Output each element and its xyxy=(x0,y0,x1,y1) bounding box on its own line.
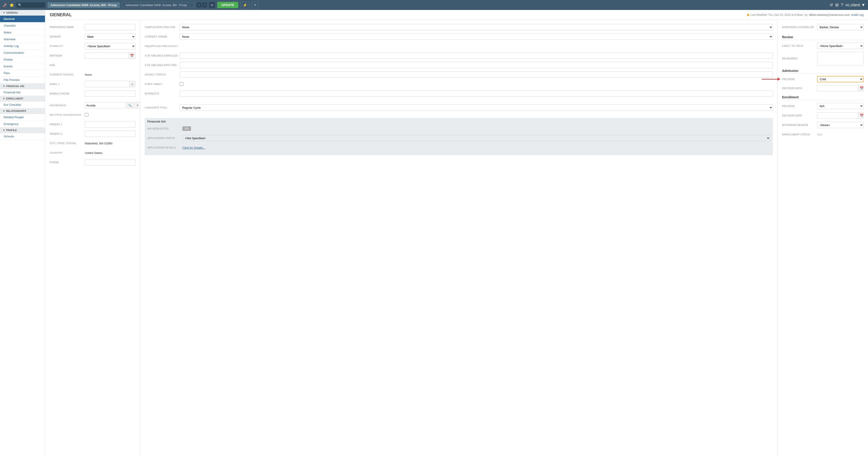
sidebar-item-interview[interactable]: Interview xyxy=(0,36,45,43)
ethnicity-row: ETHNICITY <None Specified> Hispanic Whit… xyxy=(50,42,135,50)
sidebar-item-communication[interactable]: Communication xyxy=(0,50,45,56)
application-status-select[interactable]: <Not Specified> xyxy=(182,135,770,141)
decision-date-row: DECISION DATE 📅 xyxy=(782,85,864,92)
mobile-phone-input[interactable] xyxy=(85,90,135,97)
financial-aid-title: Financial Aid xyxy=(147,120,770,123)
decision-date-label: DECISION DATE xyxy=(782,87,817,90)
main-layout: ▼ GENERAL General Checklist Notes Interv… xyxy=(0,10,868,457)
status-dot xyxy=(747,14,749,16)
nav-arrows: « » xyxy=(197,2,207,7)
next-arrow[interactable]: » xyxy=(202,2,207,7)
top-bar: 🚀 ⭐ 🔍 Admission Candidate 5409: Acosta, … xyxy=(0,0,868,10)
add-button[interactable]: + xyxy=(252,2,258,8)
search-box[interactable]: 🔍 xyxy=(16,2,45,8)
parent1-input[interactable] xyxy=(85,121,135,127)
siblings-enrolled-input[interactable] xyxy=(180,53,773,59)
sidebar-item-activity-log[interactable]: Activity Log xyxy=(0,43,45,50)
birthday-label: BIRTHDAY xyxy=(50,54,85,57)
interests-input[interactable] xyxy=(180,90,773,97)
user-label[interactable]: vc.client ▼ xyxy=(845,3,865,7)
email1-input[interactable] xyxy=(85,81,129,87)
sidebar-item-enr-checklist[interactable]: Enr Checklist xyxy=(0,101,45,108)
page-meta: Last Modified: Thu, Dec 03, 2020 at 8:58… xyxy=(747,13,864,17)
sidebar-item-emergency[interactable]: Emergency xyxy=(0,121,45,127)
siblings-applying-row: # OF SIBLINGS APPLYING xyxy=(145,61,773,69)
sidebar-item-portals[interactable]: Portals xyxy=(0,56,45,63)
gender-select[interactable]: Male Female Other xyxy=(85,33,135,40)
search-input[interactable] xyxy=(23,3,43,7)
decision-date-calendar-icon[interactable]: 📅 xyxy=(858,85,864,91)
sidebar-item-related-people[interactable]: Related People xyxy=(0,114,45,121)
help-icon[interactable]: ? xyxy=(841,3,843,7)
decision-date-input[interactable] xyxy=(817,85,858,91)
gender-row: GENDER Male Female Other xyxy=(50,33,135,40)
current-school-label: CURRENT SCHOOL xyxy=(50,73,85,76)
staff-family-row: STAFF FAMILY xyxy=(145,81,773,88)
siblings-applying-input[interactable] xyxy=(180,62,773,68)
likely-to-yield-row: LIKELY TO YIELD <None Specified> High Me… xyxy=(782,42,864,50)
parent2-input[interactable] xyxy=(85,131,135,137)
parent1-label: PARENT 1 xyxy=(50,123,85,126)
rocket-icon[interactable]: 🚀 xyxy=(3,3,7,7)
form-main: PREFERRED NAME GENDER Male Female Other … xyxy=(45,20,868,457)
preferred-name-input[interactable] xyxy=(85,24,135,30)
sidebar-item-financial-aid[interactable]: Financial Aid xyxy=(0,89,45,96)
phone-input[interactable] xyxy=(85,159,135,165)
sidebar-item-checklist[interactable]: Checklist xyxy=(0,22,45,29)
sidebar-item-file-preview[interactable]: File Preview xyxy=(0,77,45,83)
enrollment-decision-row: DECISION N/A Enrolled Declined xyxy=(782,102,864,110)
review-title: Review xyxy=(782,35,864,40)
decision-row: DECISION Cold Accept Deny Waitlist Withd… xyxy=(782,76,864,82)
admission-counselor-select[interactable]: Barker, Denise Smith, John xyxy=(817,24,864,30)
sidebar-item-files[interactable]: Files xyxy=(0,70,45,77)
interests-label: INTERESTS xyxy=(145,92,180,95)
admissions-nav[interactable]: Admission Candidate 5409: Acosta, Bill -… xyxy=(48,2,120,8)
sidebar-item-general[interactable]: General xyxy=(0,16,45,22)
sidebar-section-relationships: ▼ RELATIONSHIPS xyxy=(0,108,45,114)
top-right-icons: ↺ ⊞ ? vc.client ▼ xyxy=(830,2,865,7)
likely-to-yield-select[interactable]: <None Specified> High Medium Low xyxy=(817,43,864,49)
aid-requested-toggle[interactable]: NO xyxy=(182,126,191,131)
last-modified-text: Last Modified: Thu, Dec 03, 2020 at 8:58… xyxy=(751,13,803,17)
birthday-calendar-icon[interactable]: 📅 xyxy=(128,53,135,59)
content-area: GENERAL Last Modified: Thu, Dec 03, 2020… xyxy=(45,10,868,457)
household-label: HOUSEHOLD xyxy=(50,104,85,107)
birthday-input[interactable] xyxy=(85,53,128,59)
campus-applying-label: CAMPUS APPLYING FOR xyxy=(145,26,180,28)
withdraw-reason-select[interactable]: <None> xyxy=(817,122,864,128)
apps-icon[interactable]: ⊞ xyxy=(835,2,839,7)
enrollment-decision-date-input[interactable] xyxy=(817,113,858,118)
parent2-label: PARENT 2 xyxy=(50,132,85,135)
current-school-value: None xyxy=(85,73,135,77)
household-search-button[interactable]: 🔍 xyxy=(127,102,133,109)
admission-decision-select[interactable]: Cold Accept Deny Waitlist Withdraw xyxy=(817,76,864,82)
history-icon[interactable]: ↺ xyxy=(830,2,833,7)
admissions-label: Admission Candidate 5409: Acosta, Bill -… xyxy=(51,3,117,7)
bolt-button[interactable]: ⚡ xyxy=(241,2,250,8)
household-link-button[interactable]: ↗ xyxy=(134,102,141,109)
staff-family-checkbox[interactable] xyxy=(180,82,183,86)
application-details-link[interactable]: Click for Details... xyxy=(182,146,205,149)
enrollment-title: Enrollment xyxy=(782,95,864,100)
multiple-households-checkbox[interactable] xyxy=(85,113,88,117)
siblings-applying-label: # OF SIBLINGS APPLYING xyxy=(145,64,180,66)
sidebar-item-schools[interactable]: Schools xyxy=(0,133,45,140)
current-grade-select[interactable]: None xyxy=(180,33,773,40)
breadcrumb: Admission Candidate 5409: Acosta, Bill -… xyxy=(122,2,194,8)
campus-applying-select[interactable]: None Main Campus xyxy=(180,24,773,30)
audit-log-link[interactable]: Audit Log xyxy=(851,13,864,17)
prev-arrow[interactable]: « xyxy=(197,2,202,7)
enrollment-decision-select[interactable]: N/A Enrolled Declined xyxy=(817,103,864,109)
application-details-label: APPLICATION DETAILS xyxy=(147,146,182,149)
update-button[interactable]: UPDATE xyxy=(217,2,238,8)
legacy-status-input[interactable] xyxy=(180,71,773,78)
sidebar-item-notes[interactable]: Notes xyxy=(0,29,45,36)
grid-view-button[interactable]: ⊞ xyxy=(209,2,215,8)
ethnicity-select[interactable]: <None Specified> Hispanic White xyxy=(85,43,135,49)
enrollment-date-calendar-icon[interactable]: 📅 xyxy=(858,113,864,118)
star-icon[interactable]: ⭐ xyxy=(9,3,14,7)
household-input[interactable] xyxy=(85,102,126,109)
sidebar-item-events[interactable]: Events xyxy=(0,63,45,70)
candidate-pool-select[interactable]: Regular Cycle Early Decision Rolling xyxy=(180,104,773,111)
phone-row: PHONE xyxy=(50,159,135,166)
